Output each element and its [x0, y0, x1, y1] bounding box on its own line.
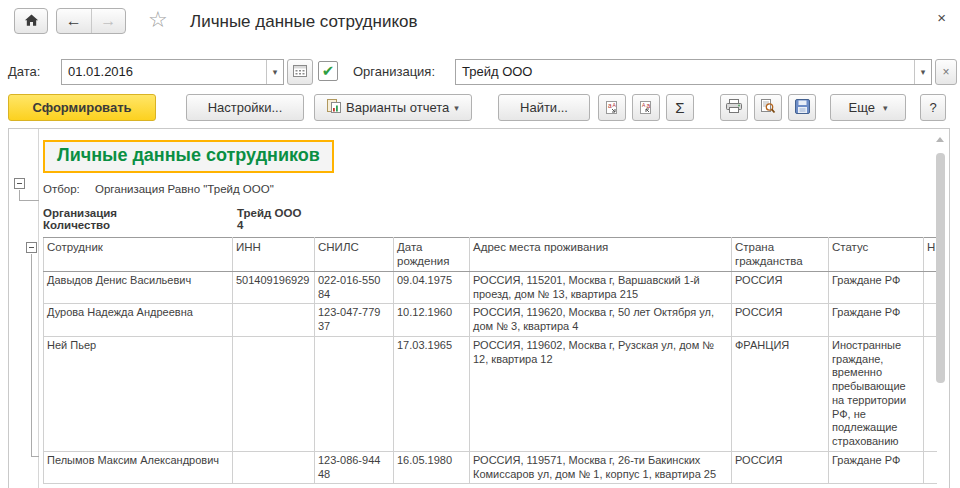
date-input[interactable]: 01.01.2016 ▾ [61, 59, 284, 85]
cell-citizenship[interactable]: РОССИЯ [732, 271, 829, 304]
cell-employee[interactable]: Дурова Надежда Андреевна [44, 304, 233, 337]
history-nav-group: ← → [56, 8, 126, 34]
help-button[interactable]: ? [920, 94, 946, 121]
print-preview-button[interactable] [754, 94, 782, 121]
header-inn[interactable]: ИНН [233, 238, 315, 272]
grouping-margin-divider [38, 129, 39, 488]
date-dropdown-icon[interactable]: ▾ [266, 60, 283, 84]
close-icon[interactable]: × [937, 9, 946, 26]
cell-snils[interactable] [315, 336, 394, 451]
header-employee[interactable]: Сотрудник [44, 238, 233, 272]
organization-input[interactable]: Трейд ООО ▾ [455, 59, 932, 85]
cell-citizenship[interactable]: РОССИЯ [732, 304, 829, 337]
cell-inn[interactable]: 501409196929 [233, 271, 315, 304]
cell-status[interactable]: Граждане РФ [829, 271, 924, 304]
report-variants-button[interactable]: Варианты отчета ▾ [314, 94, 472, 121]
cell-snils[interactable]: 123-047-779 37 [315, 304, 394, 337]
cell-address[interactable]: РОССИЯ, 119620, Москва г, 50 лет Октября… [470, 304, 732, 337]
table-row: Ней Пьер 17.03.1965 РОССИЯ, 119602, Моск… [44, 336, 938, 451]
summary-count-row[interactable]: Количество 4 [43, 219, 949, 231]
group-line [19, 200, 39, 201]
date-label: Дата: [8, 64, 40, 79]
collapse-group-level1-button[interactable] [14, 178, 25, 189]
preview-magnifier-icon [760, 99, 776, 117]
svg-text:a: a [608, 102, 612, 109]
table-header-row: Сотрудник ИНН СНИЛС Дата рождения Адрес … [44, 238, 938, 272]
find-button[interactable]: Найти... [498, 94, 590, 121]
table-row: Пелымов Максим Александрович 123-086-944… [44, 451, 938, 484]
cell-birthdate[interactable]: 10.12.1960 [394, 304, 470, 337]
back-button[interactable]: ← [57, 9, 91, 33]
cell-inn[interactable] [233, 336, 315, 451]
cell-status[interactable]: Граждане РФ [829, 304, 924, 337]
cell-employee[interactable]: Ней Пьер [44, 336, 233, 451]
settings-button[interactable]: Настройки... [186, 94, 304, 121]
summary-org-value: Трейд ООО [237, 207, 301, 219]
more-label: Еще [849, 100, 875, 115]
cell-address[interactable]: РОССИЯ, 115201, Москва г, Варшавский 1-й… [470, 271, 732, 304]
scroll-up-icon[interactable] [936, 137, 944, 142]
employee-personal-data-window: ← → ☆ Личные данные сотрудников × Дата: … [0, 0, 960, 488]
scrollbar-thumb[interactable] [936, 153, 945, 383]
checkmark-icon: ✔ [322, 62, 335, 80]
sum-sigma-button[interactable]: Σ [666, 94, 694, 121]
filter-label: Отбор: [43, 183, 95, 195]
group-line [31, 456, 39, 457]
collapse-group-level2-button[interactable] [26, 242, 37, 253]
cell-status[interactable]: Граждане РФ [829, 451, 924, 484]
svg-text:a: a [647, 102, 651, 109]
report-variants-label: Варианты отчета [346, 100, 449, 115]
cell-address[interactable]: РОССИЯ, 119602, Москва г, Рузская ул, до… [470, 336, 732, 451]
cell-inn[interactable] [233, 451, 315, 484]
print-button[interactable] [720, 94, 748, 121]
cell-citizenship[interactable]: ФРАНЦИЯ [732, 336, 829, 451]
cell-employee[interactable]: Давыдов Денис Васильевич [44, 271, 233, 304]
cell-snils[interactable]: 022-016-550 84 [315, 271, 394, 304]
more-button[interactable]: Еще ▾ [830, 94, 906, 121]
back-arrow-icon: ← [66, 12, 82, 30]
cell-snils[interactable]: 123-086-944 48 [315, 451, 394, 484]
cell-status[interactable]: Иностранные граждане, временно пребывающ… [829, 336, 924, 451]
report-title-cell[interactable]: Личные данные сотрудников [43, 140, 334, 173]
cell-inn[interactable] [233, 304, 315, 337]
summary-org-label: Организация [43, 207, 237, 219]
variants-dropdown-icon: ▾ [454, 103, 459, 113]
group-line [31, 254, 32, 457]
floppy-save-icon [795, 99, 810, 117]
date-filter-checkbox[interactable]: ✔ [318, 61, 338, 81]
forward-arrow-icon: → [100, 12, 116, 30]
report-filter-row[interactable]: Отбор: Организация Равно "Трейд ООО" [43, 183, 949, 195]
header-birthdate[interactable]: Дата рождения [394, 238, 470, 272]
date-value[interactable]: 01.01.2016 [62, 60, 266, 84]
summary-organization-row[interactable]: Организация Трейд ООО [43, 207, 949, 219]
cell-birthdate[interactable]: 09.04.1975 [394, 271, 470, 304]
organization-dropdown-icon[interactable]: ▾ [914, 60, 931, 84]
table-row: Давыдов Денис Васильевич 501409196929 02… [44, 271, 938, 304]
generate-report-button[interactable]: Сформировать [8, 94, 156, 121]
home-button[interactable] [14, 8, 48, 34]
header-status[interactable]: Статус [829, 238, 924, 272]
cell-citizenship[interactable]: РОССИЯ [732, 451, 829, 484]
page-title: Личные данные сотрудников [190, 12, 418, 32]
employee-table-wrapper: Сотрудник ИНН СНИЛС Дата рождения Адрес … [43, 237, 937, 484]
collapse-groups-icon[interactable]: a A [598, 94, 626, 121]
cell-birthdate[interactable]: 16.05.1980 [394, 451, 470, 484]
expand-groups-icon[interactable]: A a [632, 94, 660, 121]
header-address[interactable]: Адрес места проживания [470, 238, 732, 272]
cell-birthdate[interactable]: 17.03.1965 [394, 336, 470, 451]
header-citizenship[interactable]: Страна гражданства [732, 238, 829, 272]
organization-clear-button[interactable]: × [935, 59, 957, 85]
report-spreadsheet: Личные данные сотрудников Отбор: Организ… [8, 128, 950, 488]
header-snils[interactable]: СНИЛС [315, 238, 394, 272]
organization-value[interactable]: Трейд ООО [456, 60, 914, 84]
report-variant-icon [327, 99, 341, 116]
cell-employee[interactable]: Пелымов Максим Александрович [44, 451, 233, 484]
cell-address[interactable]: РОССИЯ, 119571, Москва г, 26-ти Бакински… [470, 451, 732, 484]
favorite-star-icon[interactable]: ☆ [148, 7, 168, 33]
save-button[interactable] [788, 94, 816, 121]
table-row: Дурова Надежда Андреевна 123-047-779 37 … [44, 304, 938, 337]
forward-button[interactable]: → [91, 9, 126, 33]
calendar-button[interactable] [287, 59, 313, 85]
home-icon [24, 13, 39, 30]
vertical-scrollbar[interactable] [935, 131, 946, 488]
